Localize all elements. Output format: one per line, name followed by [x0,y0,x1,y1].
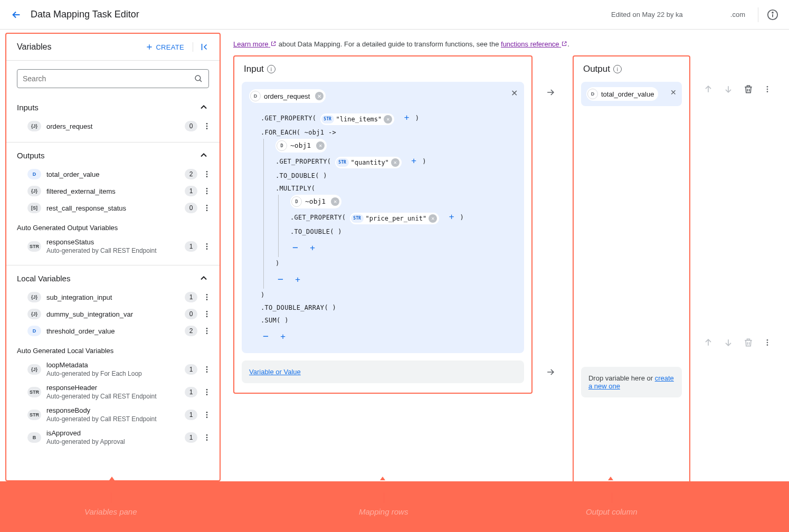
svg-point-17 [206,243,208,245]
more-icon[interactable] [201,185,213,197]
svg-point-30 [206,368,208,370]
variable-row[interactable]: STR responseStatus Auto-generated by Cal… [6,235,220,258]
usage-count: 1 [185,292,197,302]
add-step-button[interactable]: + [308,243,317,253]
delete-row-button[interactable] [743,337,754,348]
more-icon[interactable] [763,338,772,347]
root-variable-chip[interactable]: D orders_request ✕ [249,89,326,103]
move-up-button[interactable] [703,337,714,348]
variable-name: total_order_value [46,170,185,178]
remove-step-button[interactable]: − [261,330,271,341]
string-chip[interactable]: STR"quantity"✕ [335,157,402,168]
variable-row[interactable]: {J} orders_request 0 [6,118,220,135]
obj-chip[interactable]: D~obj1✕ [275,139,327,153]
svg-point-28 [206,332,208,334]
add-step-button[interactable]: + [293,274,302,284]
variable-row[interactable]: {J} dummy_sub_integration_var 0 [6,306,220,322]
delete-row-button[interactable] [743,84,754,94]
remove-chip-icon[interactable]: ✕ [391,158,400,167]
variable-name: loopMetadata [46,361,185,369]
variable-name: threshold_order_value [46,327,185,335]
more-icon[interactable] [201,408,213,421]
variable-row[interactable]: {J} sub_integration_input 1 [6,289,220,306]
search-input[interactable] [23,74,194,83]
variable-row[interactable]: D threshold_order_value 2 [6,322,220,339]
string-chip[interactable]: STR"line_items"✕ [320,113,395,125]
variable-row[interactable]: STR responseBodyAuto-generated by Call R… [6,403,220,426]
move-up-button[interactable] [703,84,714,94]
back-button[interactable] [11,9,22,21]
more-icon[interactable] [201,120,213,132]
remove-chip-icon[interactable]: ✕ [384,115,392,124]
svg-point-26 [206,328,208,329]
variable-row[interactable]: {J} loopMetadataAuto-generated by For Ea… [6,358,220,381]
arrow-column [545,55,560,377]
remove-chip-icon[interactable]: ✕ [315,92,324,100]
outputs-header[interactable]: Outputs [6,142,220,166]
variables-title: Variables [17,42,145,52]
clear-mapping-button[interactable]: ✕ [511,88,518,98]
clear-output-button[interactable]: ✕ [670,88,677,97]
variable-row[interactable]: STR responseHeaderAuto-generated by Call… [6,381,220,403]
more-icon[interactable] [763,85,772,93]
variable-or-value-link[interactable]: Variable or Value [249,368,301,376]
learn-more-link[interactable]: Learn more [233,40,277,48]
add-step-button[interactable]: + [278,331,288,341]
svg-point-12 [206,191,208,192]
remove-chip-icon[interactable]: ✕ [331,197,339,206]
info-icon[interactable] [758,7,778,22]
inputs-section: Inputs {J} orders_request 0 [6,94,220,142]
local-header[interactable]: Local Variables [6,265,220,289]
variable-name: responseHeader [46,384,185,392]
more-icon[interactable] [201,386,213,398]
add-argument-button[interactable]: + [402,112,412,122]
search-icon [194,74,203,83]
usage-count: 1 [185,410,197,420]
arrow-right-icon [545,351,560,377]
variable-row[interactable]: B isApprovedAuto-generated by Approval 1 [6,426,220,449]
output-variable-slot[interactable]: D total_order_value ✕ [581,82,682,106]
inputs-header[interactable]: Inputs [6,94,220,118]
collapse-panel-button[interactable] [193,42,209,52]
variable-name: responseBody [46,406,185,414]
variable-search[interactable] [17,69,209,88]
remove-chip-icon[interactable]: ✕ [316,141,325,150]
variable-row[interactable]: [S] rest_call_response_status 0 [6,200,220,216]
add-argument-button[interactable]: + [409,156,419,166]
svg-point-22 [206,299,208,300]
input-dropzone[interactable]: Variable or Value [242,360,524,383]
svg-point-31 [206,371,208,373]
create-variable-button[interactable]: CREATE [145,43,184,51]
add-argument-button[interactable]: + [447,212,457,222]
mapping-canvas: Learn more about Data Mapping. For a det… [221,30,789,481]
more-icon[interactable] [201,308,213,320]
more-icon[interactable] [201,202,213,214]
remove-step-button[interactable]: − [275,273,286,284]
move-down-button[interactable] [723,84,734,94]
more-icon[interactable] [201,291,213,303]
more-icon[interactable] [201,363,213,376]
type-badge: STR [27,410,41,420]
functions-reference-link[interactable]: functions reference [501,40,567,48]
mapping-expression[interactable]: ✕ D orders_request ✕ .GET_PROPERTY( STR"… [242,82,524,353]
more-icon[interactable] [201,431,213,444]
variable-row[interactable]: {J} filtered_external_items 1 [6,183,220,200]
info-icon[interactable]: i [267,65,275,73]
string-chip[interactable]: STR"price_per_unit"✕ [350,213,440,224]
more-icon[interactable] [201,168,213,180]
type-badge: {J} [27,364,41,375]
more-icon[interactable] [201,240,213,253]
svg-point-27 [206,330,208,332]
variable-row[interactable]: D total_order_value 2 [6,166,220,183]
output-variable-chip[interactable]: D total_order_value [586,87,658,101]
svg-point-7 [206,128,208,129]
move-down-button[interactable] [723,337,734,348]
svg-line-4 [199,80,202,82]
output-dropzone[interactable]: Drop variable here or create a new one [581,367,682,397]
remove-chip-icon[interactable]: ✕ [429,214,437,223]
remove-step-button[interactable]: − [290,242,300,253]
svg-point-5 [206,123,208,125]
obj-chip[interactable]: D~obj1✕ [290,195,341,208]
more-icon[interactable] [201,325,213,337]
info-icon[interactable]: i [613,65,622,73]
